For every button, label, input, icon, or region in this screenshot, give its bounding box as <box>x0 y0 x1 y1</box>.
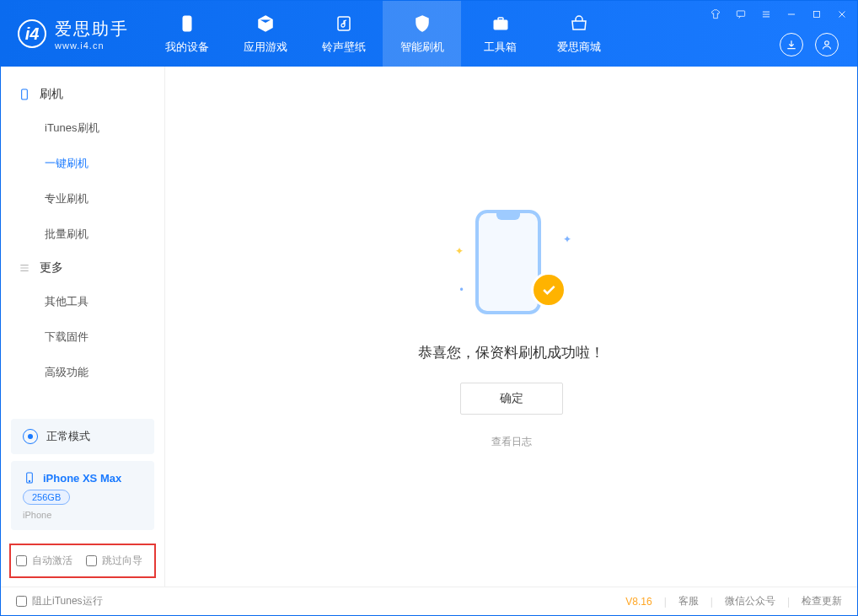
device-card[interactable]: iPhone XS Max 256GB iPhone <box>11 461 154 530</box>
svg-rect-2 <box>494 20 507 29</box>
top-nav: 我的设备 应用游戏 铃声壁纸 智能刷机 工具箱 爱思商城 <box>147 1 618 67</box>
skip-guide-label: 跳过向导 <box>102 554 142 568</box>
mode-indicator[interactable]: 正常模式 <box>11 419 154 454</box>
svg-rect-0 <box>183 16 191 31</box>
wechat-link[interactable]: 微信公众号 <box>725 594 775 608</box>
mode-bullet-icon <box>23 429 38 444</box>
view-log-link[interactable]: 查看日志 <box>491 435 532 449</box>
nav-item-store[interactable]: 爱思商城 <box>539 1 618 67</box>
sparkle-icon: • <box>460 284 464 296</box>
sidebar-section-title: 刷机 <box>40 87 63 102</box>
tshirt-icon[interactable] <box>707 6 724 23</box>
titlebar: i4 爱思助手 www.i4.cn 我的设备 应用游戏 铃声壁纸 智能刷机 <box>1 1 857 67</box>
nav-item-apps[interactable]: 应用游戏 <box>226 1 304 67</box>
svg-rect-4 <box>737 11 744 16</box>
music-icon <box>333 13 355 35</box>
flash-options-highlight: 自动激活 跳过向导 <box>9 544 156 578</box>
toolbox-icon <box>490 13 512 35</box>
download-button[interactable] <box>780 33 803 56</box>
auto-activate-label: 自动激活 <box>32 554 72 568</box>
svg-point-9 <box>29 480 29 481</box>
svg-rect-5 <box>814 12 820 18</box>
auto-activate-checkbox[interactable]: 自动激活 <box>16 554 72 568</box>
nav-label: 应用游戏 <box>244 40 287 55</box>
device-storage-badge: 256GB <box>23 490 70 505</box>
mode-label: 正常模式 <box>46 429 90 444</box>
sidebar-item-advanced[interactable]: 高级功能 <box>1 355 164 390</box>
svg-rect-3 <box>498 18 503 20</box>
cube-icon <box>255 13 276 35</box>
app-window: { "logo": { "name": "爱思助手", "url": "www.… <box>0 0 858 616</box>
success-message: 恭喜您，保资料刷机成功啦！ <box>418 343 604 362</box>
list-icon <box>18 261 31 275</box>
device-name-row: iPhone XS Max <box>23 471 142 485</box>
block-itunes-label: 阻止iTunes运行 <box>32 594 103 608</box>
device-icon <box>176 13 198 35</box>
app-name: 爱思助手 <box>55 18 129 40</box>
nav-label: 我的设备 <box>165 40 209 55</box>
block-itunes-checkbox[interactable]: 阻止iTunes运行 <box>16 594 103 608</box>
nav-item-flash[interactable]: 智能刷机 <box>383 1 461 67</box>
device-type: iPhone <box>23 510 142 520</box>
logo-text: 爱思助手 www.i4.cn <box>55 18 129 51</box>
sidebar-item-itunes-flash[interactable]: iTunes刷机 <box>1 110 164 146</box>
phone-icon <box>18 88 31 101</box>
logo[interactable]: i4 爱思助手 www.i4.cn <box>1 1 144 67</box>
main-content: ✦ ✦ • 恭喜您，保资料刷机成功啦！ 确定 查看日志 <box>165 67 857 587</box>
nav-label: 铃声壁纸 <box>322 40 366 55</box>
sidebar-item-oneclick-flash[interactable]: 一键刷机 <box>1 146 164 181</box>
auto-activate-input[interactable] <box>16 555 27 566</box>
sparkle-icon: ✦ <box>563 233 571 245</box>
statusbar: 阻止iTunes运行 V8.16 | 客服 | 微信公众号 | 检查更新 <box>1 587 857 615</box>
device-name: iPhone XS Max <box>43 472 121 485</box>
nav-label: 智能刷机 <box>400 40 444 55</box>
user-button[interactable] <box>815 33 839 56</box>
app-url: www.i4.cn <box>55 40 129 51</box>
success-illustration: ✦ ✦ • <box>448 205 575 323</box>
phone-icon <box>23 471 36 485</box>
refresh-shield-icon <box>411 13 433 35</box>
nav-label: 工具箱 <box>484 40 517 55</box>
titlebar-actions <box>780 33 839 56</box>
block-itunes-input[interactable] <box>16 596 27 607</box>
phone-illustration <box>475 210 541 314</box>
sidebar-item-batch-flash[interactable]: 批量刷机 <box>1 217 164 252</box>
sidebar-section-flash[interactable]: 刷机 <box>1 78 164 110</box>
maximize-button[interactable] <box>808 6 825 23</box>
check-update-link[interactable]: 检查更新 <box>802 594 842 608</box>
feedback-icon[interactable] <box>732 6 749 23</box>
sidebar-item-pro-flash[interactable]: 专业刷机 <box>1 181 164 217</box>
store-icon <box>568 13 590 35</box>
sidebar-item-download-fw[interactable]: 下载固件 <box>1 319 164 355</box>
check-badge-icon <box>531 272 566 308</box>
window-controls <box>707 6 850 23</box>
nav-item-toolbox[interactable]: 工具箱 <box>461 1 539 67</box>
minimize-button[interactable] <box>783 6 800 23</box>
statusbar-right: V8.16 | 客服 | 微信公众号 | 检查更新 <box>625 594 842 608</box>
sidebar-item-other-tools[interactable]: 其他工具 <box>1 284 164 319</box>
skip-guide-input[interactable] <box>86 555 97 566</box>
sparkle-icon: ✦ <box>455 245 464 257</box>
menu-icon[interactable] <box>758 6 775 23</box>
sidebar: 刷机 iTunes刷机 一键刷机 专业刷机 批量刷机 更多 其他工具 下载固件 … <box>1 67 165 587</box>
support-link[interactable]: 客服 <box>678 594 699 608</box>
skip-guide-checkbox[interactable]: 跳过向导 <box>86 554 142 568</box>
version-label: V8.16 <box>625 596 652 608</box>
logo-icon: i4 <box>18 19 46 48</box>
svg-point-6 <box>825 41 829 46</box>
nav-item-ringtone[interactable]: 铃声壁纸 <box>304 1 383 67</box>
sidebar-section-more[interactable]: 更多 <box>1 252 164 284</box>
svg-rect-7 <box>22 89 28 99</box>
confirm-button[interactable]: 确定 <box>460 383 563 415</box>
sidebar-section-title: 更多 <box>40 260 63 276</box>
close-button[interactable] <box>834 6 850 23</box>
nav-label: 爱思商城 <box>557 40 601 55</box>
nav-item-device[interactable]: 我的设备 <box>147 1 226 67</box>
app-body: 刷机 iTunes刷机 一键刷机 专业刷机 批量刷机 更多 其他工具 下载固件 … <box>1 67 857 587</box>
